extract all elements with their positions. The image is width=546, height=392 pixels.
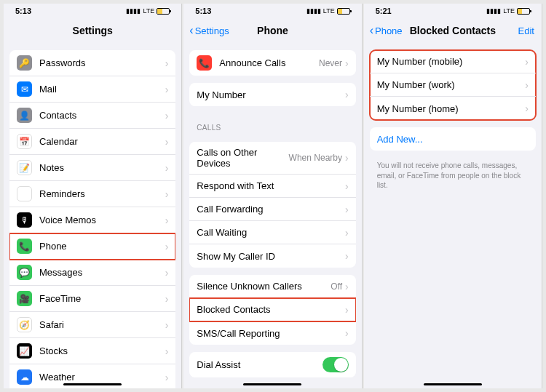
- settings-row-contacts[interactable]: 👤Contacts›: [9, 103, 175, 129]
- chevron-right-icon: ›: [165, 372, 169, 383]
- row-calls-on-other-devices[interactable]: Calls on Other DevicesWhen Nearby›: [189, 142, 355, 175]
- row-silence-unknown-callers[interactable]: Silence Unknown CallersOff›: [189, 275, 355, 298]
- section-header-calls: CALLS: [183, 113, 361, 135]
- row-label: Silence Unknown Callers: [197, 281, 331, 292]
- settings-row-reminders[interactable]: ☑Reminders›: [9, 181, 175, 207]
- status-bar: 5:13 ▮▮▮▮ LTE: [4, 4, 181, 18]
- battery-icon: [157, 8, 170, 15]
- signal-label: LTE: [503, 7, 515, 15]
- settings-row-safari[interactable]: 🧭Safari›: [9, 312, 175, 338]
- row-label: Phone: [39, 241, 165, 252]
- chevron-right-icon: ›: [345, 57, 349, 69]
- signal-bars-icon: ▮▮▮▮: [126, 7, 141, 15]
- page-title: Blocked Contacts: [410, 25, 496, 36]
- nav-bar: ‹ Settings Phone: [183, 18, 361, 43]
- chevron-right-icon: ›: [345, 204, 349, 215]
- blocked-contact-row[interactable]: My Number (mobile)›: [370, 50, 536, 73]
- calendar-icon: 📅: [17, 134, 32, 149]
- home-indicator[interactable]: [63, 383, 122, 385]
- row-label: FaceTime: [39, 293, 165, 304]
- row-announce-calls[interactable]: 📞 Announce Calls Never ›: [189, 50, 355, 76]
- signal-label: LTE: [143, 7, 154, 15]
- chevron-right-icon: ›: [345, 304, 349, 316]
- blocked-list[interactable]: My Number (mobile)›My Number (work)›My N…: [364, 43, 542, 388]
- row-label: Voice Memos: [39, 215, 165, 225]
- row-label: Call Forwarding: [197, 204, 345, 215]
- chevron-right-icon: ›: [165, 319, 169, 331]
- row-blocked-contacts[interactable]: Blocked Contacts›: [189, 298, 355, 321]
- settings-row-mail[interactable]: ✉Mail›: [9, 76, 175, 103]
- chevron-right-icon: ›: [345, 227, 349, 239]
- row-label: Calendar: [39, 136, 165, 147]
- status-time: 5:21: [376, 7, 392, 15]
- settings-list[interactable]: 🔑Passwords›✉Mail›👤Contacts›📅Calendar›📝No…: [4, 43, 181, 388]
- home-indicator[interactable]: [243, 383, 301, 385]
- row-respond-with-text[interactable]: Respond with Text›: [189, 175, 355, 198]
- back-label: Phone: [375, 25, 403, 36]
- messages-icon: 💬: [17, 265, 32, 280]
- chevron-right-icon: ›: [345, 327, 349, 339]
- blocked-footer: You will not receive phone calls, messag…: [364, 158, 542, 198]
- settings-row-calendar[interactable]: 📅Calendar›: [9, 129, 175, 155]
- row-detail: Off: [331, 281, 342, 292]
- signal-label: LTE: [323, 7, 335, 15]
- voice-memos-icon: 🎙: [17, 212, 32, 228]
- chevron-left-icon: ‹: [370, 25, 373, 36]
- row-detail: Never: [319, 58, 342, 68]
- row-label: Mail: [39, 84, 165, 95]
- row-dial-assist[interactable]: Dial Assist: [189, 352, 355, 377]
- back-button[interactable]: ‹ Settings: [189, 25, 229, 36]
- row-call-forwarding[interactable]: Call Forwarding›: [189, 198, 355, 221]
- signal-bars-icon: ▮▮▮▮: [486, 7, 501, 15]
- back-button[interactable]: ‹ Phone: [370, 25, 403, 36]
- chevron-right-icon: ›: [165, 293, 169, 305]
- settings-row-voice-memos[interactable]: 🎙Voice Memos›: [9, 207, 175, 233]
- phone-settings-list[interactable]: 📞 Announce Calls Never › My Number › CAL…: [183, 43, 361, 388]
- settings-row-stocks[interactable]: 📈Stocks›: [9, 338, 175, 364]
- row-sms-call-reporting[interactable]: SMS/Call Reporting›: [189, 321, 355, 345]
- weather-icon: ☁: [17, 369, 32, 385]
- settings-row-facetime[interactable]: 🎥FaceTime›: [9, 286, 175, 312]
- phone-announce-icon: 📞: [197, 55, 212, 71]
- settings-row-phone[interactable]: 📞Phone›: [9, 233, 175, 260]
- chevron-right-icon: ›: [165, 57, 169, 69]
- signal-bars-icon: ▮▮▮▮: [306, 7, 321, 15]
- settings-row-passwords[interactable]: 🔑Passwords›: [9, 50, 175, 76]
- chevron-right-icon: ›: [165, 215, 169, 226]
- phone-icon: 📞: [17, 239, 32, 254]
- row-label: Passwords: [39, 57, 165, 68]
- edit-button[interactable]: Edit: [518, 25, 534, 36]
- notes-icon: 📝: [17, 160, 32, 175]
- chevron-right-icon: ›: [345, 250, 349, 262]
- row-label: My Number: [197, 89, 345, 100]
- settings-row-notes[interactable]: 📝Notes›: [9, 155, 175, 181]
- chevron-right-icon: ›: [165, 136, 169, 148]
- add-new-button[interactable]: Add New...: [370, 127, 536, 151]
- mail-icon: ✉: [17, 81, 32, 97]
- status-right: ▮▮▮▮ LTE: [486, 7, 530, 15]
- home-indicator[interactable]: [424, 383, 482, 385]
- chevron-right-icon: ›: [345, 89, 349, 100]
- dial-assist-toggle[interactable]: [323, 357, 349, 372]
- row-label: Safari: [39, 319, 165, 330]
- blocked-contact-row[interactable]: My Number (home)›: [370, 97, 536, 120]
- status-right: ▮▮▮▮ LTE: [126, 7, 170, 15]
- settings-row-messages[interactable]: 💬Messages›: [9, 260, 175, 286]
- blocked-contact-row[interactable]: My Number (work)›: [370, 73, 536, 97]
- row-label: My Number (mobile): [377, 56, 526, 67]
- row-label: Weather: [39, 372, 165, 383]
- row-label: My Number (home): [377, 103, 526, 114]
- row-my-number[interactable]: My Number ›: [189, 83, 355, 106]
- row-label: Blocked Contacts: [197, 304, 345, 315]
- chevron-left-icon: ‹: [189, 25, 193, 36]
- safari-icon: 🧭: [17, 317, 32, 332]
- page-title: Settings: [73, 25, 113, 36]
- battery-icon: [337, 8, 350, 15]
- row-show-my-caller-id[interactable]: Show My Caller ID›: [189, 244, 355, 268]
- row-call-waiting[interactable]: Call Waiting›: [189, 221, 355, 244]
- nav-bar: Settings: [4, 18, 181, 43]
- back-label: Settings: [195, 25, 229, 36]
- chevron-right-icon: ›: [165, 241, 169, 252]
- chevron-right-icon: ›: [345, 152, 349, 164]
- status-time: 5:13: [195, 7, 211, 15]
